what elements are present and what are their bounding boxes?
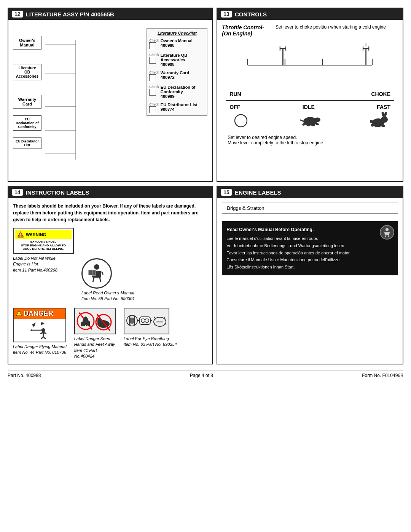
eu-decl-box: EU Declaration of Conformity bbox=[13, 115, 41, 131]
svg-text:!: ! bbox=[20, 233, 21, 237]
checkbox-3[interactable] bbox=[149, 74, 156, 81]
svg-line-43 bbox=[100, 278, 101, 282]
section-13-body: Throttle Control- (On Engine) Set lever … bbox=[217, 20, 403, 152]
owners-manual-box: Owner's Manual bbox=[13, 36, 41, 50]
footer-part-no: Part No. 400988 bbox=[8, 373, 41, 378]
svg-line-41 bbox=[102, 272, 103, 275]
svg-line-27 bbox=[300, 120, 303, 121]
checklist-item-3-part: 400972 bbox=[161, 75, 189, 80]
checkbox-2[interactable] bbox=[149, 57, 156, 64]
section-14-body: These labels should be included on your … bbox=[8, 198, 212, 364]
checklist-item-5-name: EU Distributor List 900774 bbox=[161, 102, 205, 112]
icons-row bbox=[229, 112, 390, 129]
svg-rect-64 bbox=[86, 320, 88, 326]
label-col-5: Label Ear Eye BreathingItem No. 63 Part … bbox=[124, 308, 177, 359]
svg-rect-63 bbox=[83, 320, 85, 326]
svg-line-90 bbox=[386, 235, 386, 237]
idle-label: IDLE bbox=[303, 104, 315, 110]
engine-line-3: Vor Inbetriebnahme Bedienungs - und Wart… bbox=[226, 242, 393, 249]
engine-line-5: Consultare il Manuale Uso e Manutenzione… bbox=[226, 256, 393, 264]
engine-line-4: Favor leer las instrucciones de operació… bbox=[226, 249, 393, 257]
speed-desc-2: Move lever completely to the left to sto… bbox=[228, 140, 392, 145]
checklist-title: Literature Checklist bbox=[149, 31, 205, 35]
section-13-title: CONTROLS bbox=[235, 11, 267, 18]
checklist-item-2-part: 400908 bbox=[161, 62, 205, 67]
svg-line-91 bbox=[388, 235, 389, 237]
read-manual-icon-svg bbox=[86, 263, 107, 284]
section-14: 14 INSTRUCTION LABELS These labels shoul… bbox=[8, 186, 213, 364]
checklist-item-1-part: 400988 bbox=[161, 43, 193, 48]
svg-point-75 bbox=[141, 319, 145, 323]
hands-feet-svg bbox=[76, 310, 114, 332]
svg-rect-87 bbox=[385, 232, 389, 235]
section-14-title: INSTRUCTION LABELS bbox=[26, 189, 89, 196]
warning-title: WARNING bbox=[26, 232, 46, 237]
warning-header: ! WARNING bbox=[15, 230, 72, 239]
section-13-number: 13 bbox=[221, 11, 232, 18]
read-manual-circle bbox=[81, 258, 112, 289]
off-label: OFF bbox=[229, 104, 240, 110]
svg-point-86 bbox=[386, 228, 389, 231]
checkbox-1[interactable] bbox=[149, 42, 156, 49]
svg-point-20 bbox=[235, 115, 247, 127]
svg-line-89 bbox=[389, 232, 390, 233]
rabbit-icon-svg bbox=[368, 112, 390, 129]
section-15-title: ENGINE LABELS bbox=[235, 189, 281, 196]
section-13-header: 13 CONTROLS bbox=[217, 8, 403, 20]
turtle-icon-svg bbox=[299, 112, 322, 129]
checklist-item-4-part: 400989 bbox=[161, 94, 205, 99]
svg-point-35 bbox=[370, 120, 373, 123]
top-row: 12 LITERATURE ASSY P/N 400565B Owner's M… bbox=[8, 8, 403, 182]
page: 12 LITERATURE ASSY P/N 400565B Owner's M… bbox=[8, 8, 403, 378]
speed-desc-1: Set lever to desired engine speed. bbox=[228, 135, 392, 140]
choke-label: CHOKE bbox=[371, 91, 390, 97]
checklist-item-4-name: EU Declaration of Conformity bbox=[161, 85, 205, 94]
checklist-row-5: Check EU Distributor List 900774 bbox=[149, 102, 205, 113]
section-15-body: Briggs & Stratton Read Owner's Manual Be… bbox=[217, 198, 403, 280]
checkbox-5[interactable] bbox=[149, 106, 156, 113]
danger-label: ! DANGER bbox=[13, 308, 66, 342]
checkbox-4[interactable] bbox=[149, 89, 156, 96]
ear-eye-svg bbox=[124, 308, 168, 333]
warning-label: ! WARNING EXPLOSIVE FUELSTOP ENGINE AND … bbox=[13, 228, 74, 254]
checklist-item-1-name: Owner's Manual bbox=[161, 38, 193, 43]
label-col-4: Label Danger KeepHands and Feet AwayItem… bbox=[74, 308, 116, 359]
svg-text:!: ! bbox=[19, 312, 20, 316]
engine-line-6: Läs Skötselinstruktionen Innan Start. bbox=[226, 264, 393, 271]
section-12-number: 12 bbox=[12, 11, 23, 18]
throttle-lever-svg bbox=[226, 42, 394, 88]
section-14-number: 14 bbox=[12, 189, 23, 196]
fast-icon bbox=[368, 112, 390, 129]
engine-manual-svg bbox=[382, 227, 392, 238]
throttle-title: Throttle Control- bbox=[222, 24, 264, 30]
section-15: 15 ENGINE LABELS Briggs & Stratton Read … bbox=[217, 186, 403, 364]
checklist-row-2: Check Literature QB Accessories 400908 bbox=[149, 53, 205, 67]
off-idle-fast-row: OFF IDLE FAST bbox=[229, 104, 390, 110]
check-label-4: Check bbox=[149, 85, 159, 89]
warranty-card-box: Warranty Card bbox=[13, 95, 41, 109]
svg-point-33 bbox=[374, 125, 381, 127]
check-label-1: Check bbox=[149, 38, 159, 42]
label-2-caption: Label Read Owner's ManualItem No. 59 Par… bbox=[81, 290, 135, 302]
svg-point-29 bbox=[381, 117, 388, 123]
bottom-row: 14 INSTRUCTION LABELS These labels shoul… bbox=[8, 186, 403, 364]
label-4-caption: Label Danger KeepHands and Feet AwayItem… bbox=[74, 336, 115, 359]
section-15-number: 15 bbox=[221, 189, 232, 196]
throttle-subtitle: (On Engine) bbox=[222, 30, 264, 37]
controls-desc: Set lever to choke position when startin… bbox=[276, 24, 398, 30]
footer-form-no: Form No. F010496B bbox=[362, 373, 403, 378]
section-12-header: 12 LITERATURE ASSY P/N 400565B bbox=[8, 8, 212, 20]
label-col-1: ! WARNING EXPLOSIVE FUELSTOP ENGINE AND … bbox=[13, 228, 74, 302]
fast-label: FAST bbox=[377, 104, 390, 110]
label-row: ! WARNING EXPLOSIVE FUELSTOP ENGINE AND … bbox=[13, 228, 207, 302]
throttle-labels: Throttle Control- (On Engine) bbox=[222, 24, 264, 37]
warning-triangle-icon: ! bbox=[17, 231, 24, 238]
svg-rect-65 bbox=[88, 321, 90, 326]
section-15-header: 15 ENGINE LABELS bbox=[217, 187, 403, 198]
danger-header: ! DANGER bbox=[14, 308, 65, 319]
lit-accessories-box: Literature QB Accessories bbox=[13, 64, 41, 80]
idle-icon bbox=[299, 112, 322, 129]
check-label-2: Check bbox=[149, 53, 159, 57]
svg-line-88 bbox=[384, 232, 385, 233]
section-13: 13 CONTROLS Throttle Control- (On Engine… bbox=[217, 8, 403, 182]
